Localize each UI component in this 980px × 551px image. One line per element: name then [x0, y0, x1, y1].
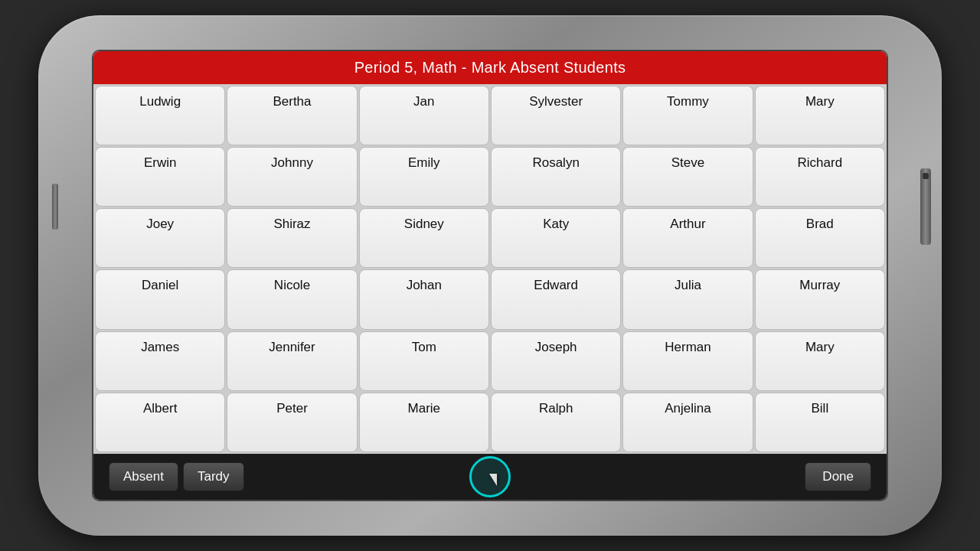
student-name: Jan [413, 94, 434, 109]
student-name: Steve [671, 155, 704, 171]
student-cell[interactable]: Julia [622, 269, 753, 329]
student-cell[interactable]: Tommy [622, 86, 753, 145]
student-cell[interactable]: Albert [95, 393, 225, 452]
header-title: Period 5, Math - Mark Absent Students [354, 59, 626, 76]
student-cell[interactable]: Murray [755, 269, 885, 329]
student-cell[interactable]: Ludwig [95, 86, 225, 145]
student-name: Joey [146, 217, 174, 232]
tardy-button[interactable]: Tardy [183, 462, 244, 491]
student-name: Joseph [535, 340, 577, 355]
student-cell[interactable]: Mary [755, 331, 885, 391]
student-cell[interactable]: Arthur [622, 208, 753, 268]
student-cell[interactable]: Tom [359, 331, 489, 391]
student-name: Edward [534, 278, 578, 293]
student-grid: LudwigBerthaJanSylvesterTommyMaryErwinJo… [93, 84, 887, 454]
volume-button[interactable] [52, 184, 58, 230]
student-cell[interactable]: Daniel [95, 269, 225, 329]
student-cell[interactable]: Bill [755, 393, 885, 452]
bottom-toolbar: Absent Tardy Done [93, 454, 887, 500]
student-name: Sylvester [529, 94, 583, 109]
student-name: James [141, 340, 179, 355]
student-name: Shiraz [273, 217, 310, 232]
student-name: Murray [799, 278, 840, 293]
student-name: Peter [276, 401, 308, 416]
cursor-ring [469, 456, 511, 497]
student-name: Nicole [274, 278, 310, 293]
student-cell[interactable]: Johnny [227, 147, 357, 207]
student-cell[interactable]: Jennifer [227, 331, 357, 391]
student-name: Rosalyn [532, 155, 579, 171]
student-name: Albert [143, 401, 177, 416]
student-cell[interactable]: Shiraz [227, 208, 357, 268]
student-name: Daniel [142, 278, 178, 293]
student-cell[interactable]: Nicole [227, 269, 357, 329]
student-cell[interactable]: Katy [491, 208, 621, 268]
cursor-arrow [489, 474, 497, 486]
student-cell[interactable]: Bertha [227, 86, 357, 145]
student-cell[interactable]: Anjelina [622, 393, 753, 452]
student-name: Ralph [539, 401, 573, 416]
student-name: Tom [412, 340, 436, 355]
student-name: Bill [811, 401, 828, 416]
student-name: Arthur [670, 217, 705, 232]
student-cell[interactable]: Steve [622, 147, 753, 207]
student-name: Ludwig [139, 94, 181, 109]
app-header: Period 5, Math - Mark Absent Students [93, 51, 887, 84]
student-name: Mary [805, 94, 835, 109]
student-cell[interactable]: Herman [622, 331, 753, 391]
student-cell[interactable]: Jan [359, 86, 489, 145]
student-name: Jennifer [269, 340, 315, 355]
done-button[interactable]: Done [805, 462, 871, 491]
student-cell[interactable]: Sidney [359, 208, 489, 268]
student-cell[interactable]: Peter [227, 393, 357, 452]
student-cell[interactable]: James [95, 331, 225, 391]
student-cell[interactable]: Richard [755, 147, 885, 207]
student-cell[interactable]: Mary [755, 86, 885, 145]
student-cell[interactable]: Joey [95, 208, 225, 268]
student-name: Mary [805, 340, 835, 355]
student-name: Tommy [667, 94, 709, 109]
student-cell[interactable]: Ralph [491, 393, 621, 452]
student-name: Bertha [273, 94, 311, 109]
screen-area: Period 5, Math - Mark Absent Students Lu… [92, 50, 888, 501]
absent-button[interactable]: Absent [109, 462, 178, 491]
student-name: Marie [408, 401, 441, 416]
student-name: Anjelina [665, 401, 711, 416]
student-name: Sidney [404, 217, 444, 232]
student-name: Johan [407, 278, 442, 293]
student-name: Johnny [271, 155, 313, 171]
student-name: Julia [675, 278, 701, 293]
student-name: Richard [798, 155, 843, 171]
student-cell[interactable]: Sylvester [491, 86, 621, 145]
power-button[interactable] [920, 168, 931, 245]
student-name: Erwin [144, 155, 177, 171]
student-cell[interactable]: Marie [359, 393, 489, 452]
student-cell[interactable]: Emily [359, 147, 489, 207]
app-screen: Period 5, Math - Mark Absent Students Lu… [93, 51, 887, 500]
student-name: Herman [665, 340, 710, 355]
phone-shell: Period 5, Math - Mark Absent Students Lu… [38, 15, 942, 536]
student-cell[interactable]: Edward [491, 269, 621, 329]
student-name: Katy [543, 217, 569, 232]
student-cell[interactable]: Erwin [95, 147, 225, 207]
student-cell[interactable]: Rosalyn [491, 147, 621, 207]
student-name: Emily [408, 155, 440, 171]
student-cell[interactable]: Johan [359, 269, 489, 329]
student-cell[interactable]: Brad [755, 208, 885, 268]
student-name: Brad [806, 217, 834, 232]
student-cell[interactable]: Joseph [491, 331, 621, 391]
